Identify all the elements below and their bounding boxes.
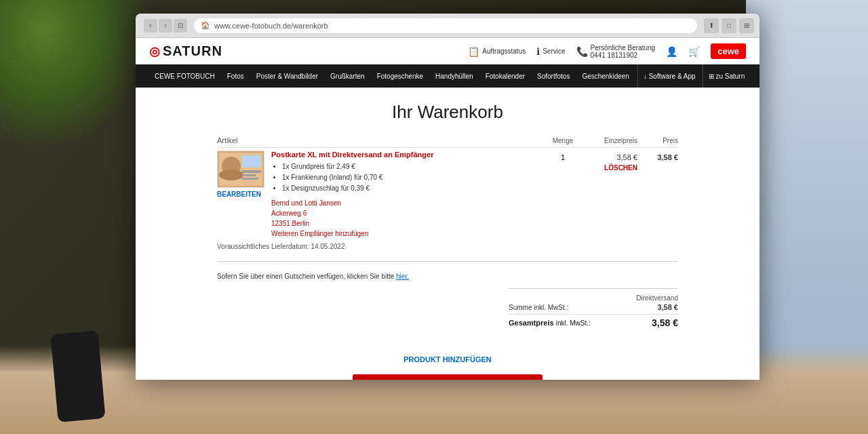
service-link[interactable]: ℹ Service — [536, 46, 565, 57]
service-icon: ℹ — [536, 46, 540, 57]
item-einzelpreis-col: 3,58 € LÖSCHEN — [583, 153, 637, 172]
laptop-screen: ‹ › ⊡ 🏠 www.cewe-fotobuch.de/warenkorb ⬆… — [136, 14, 760, 380]
nav-item-fotokalender[interactable]: Fotokalender — [480, 64, 530, 87]
recipient-info[interactable]: Bernd und Lotti Jansen Ackerweg 6 12351 … — [271, 198, 536, 239]
auftragsstatus-link[interactable]: 📋 Auftragsstatus — [468, 46, 526, 57]
cewe-badge[interactable]: cewe — [711, 43, 746, 59]
product-details: Postkarte XL mit Direktversand an Empfän… — [271, 151, 536, 239]
cart-item: BEARBEITEN Postkarte XL mit Direktversan… — [217, 151, 678, 239]
svg-point-3 — [219, 170, 243, 180]
logo-text: SATURN — [163, 43, 222, 59]
cart-item-left: BEARBEITEN Postkarte XL mit Direktversan… — [217, 151, 536, 239]
browser-window-button[interactable]: ⊡ — [174, 19, 187, 33]
next-step-button[interactable]: NÄCHSTER SCHRITT: ANMELDUNG — [353, 374, 542, 380]
page-title: Ihr Warenkorb — [217, 102, 678, 123]
website-content: ◎ SATURN 📋 Auftragsstatus ℹ Service — [136, 38, 760, 380]
totals-box: Direktversand Summe inkl. MwSt.: 3,58 € … — [509, 288, 678, 328]
main-navigation: CEWE FOTOBUCH Fotos Poster & Wandbilder … — [136, 64, 760, 87]
phone-prop — [50, 330, 105, 422]
menge-header: Menge — [542, 137, 583, 144]
item-values: 1 3,58 € LÖSCHEN 3,58 € — [542, 153, 678, 172]
product-thumbnail-container: BEARBEITEN — [217, 151, 264, 239]
summe-label: Summe inkl. MwSt.: — [509, 304, 568, 311]
summe-row: Summe inkl. MwSt.: 3,58 € — [509, 303, 678, 311]
svg-rect-6 — [242, 174, 256, 176]
section-divider — [217, 261, 678, 262]
auftragsstatus-label: Auftragsstatus — [482, 47, 526, 55]
product-name[interactable]: Postkarte XL mit Direktversand an Empfän… — [271, 151, 536, 159]
browser-menu-button[interactable]: ⊞ — [739, 18, 754, 33]
nav-item-fotogeschenke[interactable]: Fotogeschenke — [372, 64, 429, 87]
clearfix — [217, 328, 678, 335]
svg-rect-5 — [242, 170, 261, 173]
address-bar[interactable]: 🏠 www.cewe-fotobuch.de/warenkorb — [194, 18, 697, 33]
beratung-link[interactable]: 📞 Persönliche Beratung0441 18131902 — [576, 44, 656, 59]
top-bar: ◎ SATURN 📋 Auftragsstatus ℹ Service — [136, 38, 760, 64]
nav-item-handyhullen[interactable]: Handyhüllen — [430, 64, 479, 87]
account-link[interactable]: 👤 — [666, 46, 677, 57]
browser-bookmark-button[interactable]: □ — [722, 18, 736, 33]
item-price: 3,58 € — [637, 153, 678, 161]
saturn-logo[interactable]: ◎ SATURN — [149, 43, 222, 59]
browser-back-button[interactable]: ‹ — [144, 19, 157, 33]
recipient-street: Ackerweg 6 — [271, 208, 536, 218]
nav-item-gruskarten[interactable]: Grußkarten — [325, 64, 370, 87]
delivery-date-label: Voraussichtliches Lieferdatum: — [217, 243, 309, 250]
cart-link[interactable]: 🛒 — [688, 46, 700, 57]
bearbeiten-button[interactable]: BEARBEITEN — [217, 191, 264, 198]
beratung-label: Persönliche Beratung0441 18131902 — [591, 44, 656, 59]
nav-item-sofortfotos[interactable]: Sofortfotos — [532, 64, 575, 87]
cart-column-headers: Artikel Menge Einzelpreis Preis — [217, 136, 678, 148]
browser-share-button[interactable]: ⬆ — [704, 18, 719, 33]
nav-zu-saturn[interactable]: ⊞ zu Saturn — [703, 64, 751, 87]
coupon-row: Sofern Sie über einen Gutschein verfügen… — [217, 273, 678, 280]
item-einzelpreis: 3,58 € — [583, 153, 637, 161]
product-thumbnail — [217, 151, 264, 188]
nav-software-app[interactable]: ↓ Software & App — [637, 64, 701, 87]
gesamtpreis-label: Gesamtpreis inkl. MwSt.: — [509, 319, 591, 327]
browser-chrome: ‹ › ⊡ 🏠 www.cewe-fotobuch.de/warenkorb ⬆… — [136, 14, 760, 38]
svg-rect-7 — [242, 178, 258, 180]
nav-item-geschenkideen[interactable]: Geschenkideen — [576, 64, 635, 87]
nav-item-poster[interactable]: Poster & Wandbilder — [251, 64, 323, 87]
einzelpreis-header: Einzelpreis — [583, 137, 637, 144]
produkt-hinzufugen-button[interactable]: PRODUKT HINZUFÜGEN — [217, 355, 678, 363]
artikel-header: Artikel — [217, 136, 542, 144]
nav-item-fotos[interactable]: Fotos — [222, 64, 250, 87]
browser-forward-button[interactable]: › — [159, 19, 172, 33]
header-icons: 📋 Auftragsstatus ℹ Service 📞 Persönliche… — [468, 43, 746, 59]
preis-header: Preis — [637, 137, 678, 144]
spec-frankierung: 1x Frankierung (Inland) für 0,70 € — [282, 172, 536, 183]
postcard-image — [218, 151, 264, 187]
summe-value: 3,58 € — [657, 303, 678, 311]
url-text: www.cewe-fotobuch.de/warenkorb — [214, 22, 328, 30]
coupon-link[interactable]: hier. — [396, 273, 409, 280]
gesamtpreis-row: Gesamtpreis inkl. MwSt.: 3,58 € — [509, 314, 678, 328]
spec-grundpreis: 1x Grundpreis für 2,49 € — [282, 161, 536, 172]
nav-item-cewe-fotobuch[interactable]: CEWE FOTOBUCH — [149, 64, 220, 87]
svg-rect-4 — [242, 155, 261, 167]
cart-icon: 🛒 — [688, 46, 700, 57]
recipient-postal: 12351 Berlin — [271, 218, 536, 229]
next-step-container: NÄCHSTER SCHRITT: ANMELDUNG — [217, 374, 678, 380]
add-recipient-link[interactable]: Weiteren Empfänger hinzufügen — [271, 229, 536, 239]
logo-icon: ◎ — [149, 44, 160, 59]
site-header: ◎ SATURN 📋 Auftragsstatus ℹ Service — [136, 38, 760, 88]
account-icon: 👤 — [666, 46, 677, 57]
coupon-text: Sofern Sie über einen Gutschein verfügen… — [217, 273, 394, 280]
browser-action-buttons: ⬆ □ ⊞ — [704, 18, 754, 33]
loschen-button[interactable]: LÖSCHEN — [583, 164, 637, 172]
browser-nav-buttons: ‹ › ⊡ — [144, 19, 187, 33]
home-icon: 🏠 — [201, 21, 210, 30]
delivery-date: Voraussichtliches Lieferdatum: 14.05.202… — [217, 243, 678, 250]
main-content: Ihr Warenkorb Artikel Menge Einzelpreis … — [190, 88, 705, 380]
phone-icon: 📞 — [576, 46, 588, 57]
product-specs-list: 1x Grundpreis für 2,49 € 1x Frankierung … — [271, 161, 536, 194]
product-image — [218, 151, 264, 187]
recipient-name: Bernd und Lotti Jansen — [271, 198, 536, 208]
summary-section: Sofern Sie über einen Gutschein verfügen… — [217, 273, 678, 380]
item-quantity: 1 — [542, 153, 583, 161]
spec-designzuschlag: 1x Designzuschlag für 0,39 € — [282, 183, 536, 194]
direktversand-label: Direktversand — [509, 294, 678, 302]
order-icon: 📋 — [468, 46, 479, 57]
